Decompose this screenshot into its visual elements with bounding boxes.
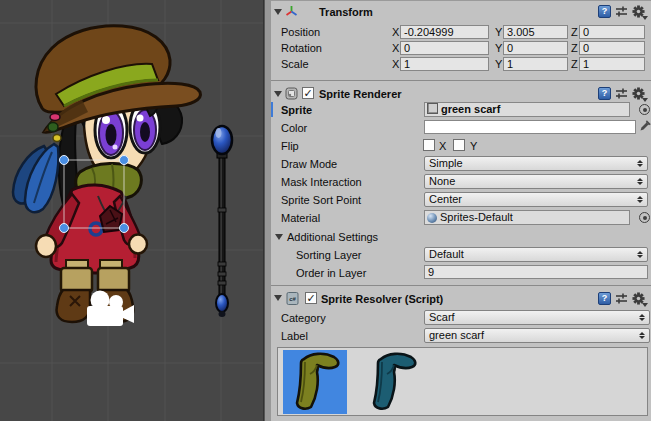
scale-x-field[interactable]: 1	[400, 57, 489, 71]
preset-icon[interactable]	[615, 5, 628, 18]
mask-interaction-dropdown[interactable]: None	[424, 174, 648, 189]
preset-icon[interactable]	[615, 292, 628, 305]
sprite-label: Sprite	[281, 103, 312, 117]
sprite-sort-point-value: Center	[429, 193, 462, 205]
rotation-label: Rotation	[281, 41, 322, 55]
component-separator	[271, 285, 651, 286]
sprite-resolver-enabled-checkbox[interactable]: ✓	[305, 292, 317, 304]
axis-y-label: Y	[495, 57, 502, 71]
gear-icon[interactable]	[632, 87, 647, 101]
inspector-panel: Transform ? Position X -0.204999 Y 3.005…	[271, 0, 651, 421]
selection-handle[interactable]	[60, 156, 69, 165]
position-label: Position	[281, 25, 320, 39]
axis-x-label: X	[392, 41, 399, 55]
position-y-field[interactable]: 3.005	[503, 25, 568, 39]
material-object-field[interactable]: Sprites-Default	[424, 210, 630, 225]
category-dropdown[interactable]: Scarf	[424, 310, 650, 325]
transform-icon	[285, 5, 298, 18]
sorting-layer-dropdown[interactable]: Default	[424, 247, 648, 262]
color-label: Color	[281, 121, 307, 135]
draw-mode-label: Draw Mode	[281, 157, 337, 171]
character-sprite[interactable]	[13, 26, 200, 322]
order-in-layer-field[interactable]: 9	[424, 265, 648, 279]
transform-title: Transform	[319, 6, 373, 18]
sprite-resolver-title: Sprite Resolver (Script)	[321, 293, 443, 305]
object-picker-icon[interactable]	[639, 104, 650, 115]
sprite-thumbnail-blue-scarf[interactable]	[360, 350, 424, 414]
prefab-override-bar	[271, 102, 273, 117]
help-icon[interactable]: ?	[598, 5, 611, 18]
flip-x-checkbox[interactable]	[423, 139, 435, 151]
object-picker-icon[interactable]	[639, 212, 650, 223]
dropdown-arrow-icon	[636, 196, 643, 203]
axis-z-label: Z	[571, 41, 578, 55]
material-label: Material	[281, 211, 320, 225]
scale-label: Scale	[281, 57, 309, 71]
axis-x-label: X	[392, 25, 399, 39]
flip-y-label: Y	[470, 139, 477, 153]
flip-y-checkbox[interactable]	[453, 139, 465, 151]
label-value: green scarf	[429, 329, 484, 341]
axis-z-label: Z	[571, 57, 578, 71]
scene-canvas	[0, 0, 263, 421]
sprite-sort-point-label: Sprite Sort Point	[281, 193, 361, 207]
green-scarf-thumb-icon	[283, 350, 347, 414]
help-icon[interactable]: ?	[598, 292, 611, 305]
sprite-thumbnail-green-scarf[interactable]	[283, 350, 347, 414]
mask-interaction-value: None	[429, 175, 455, 187]
dropdown-arrow-icon	[636, 160, 643, 167]
dropdown-arrow-icon	[638, 332, 645, 339]
svg-text:c#: c#	[289, 296, 296, 302]
dropdown-arrow-icon	[636, 251, 643, 258]
rotation-y-field[interactable]: 0	[503, 41, 568, 55]
additional-settings-foldout[interactable]	[275, 234, 283, 240]
eyedropper-icon[interactable]	[639, 119, 651, 132]
order-in-layer-label: Order in Layer	[296, 266, 366, 280]
position-z-field[interactable]: 0	[579, 25, 645, 39]
rotation-z-field[interactable]: 0	[579, 41, 645, 55]
hat-feather	[13, 114, 61, 213]
axis-x-label: X	[392, 57, 399, 71]
preset-icon[interactable]	[615, 87, 628, 100]
material-sphere-icon	[427, 213, 437, 223]
selection-handle[interactable]	[120, 224, 129, 233]
sprite-renderer-enabled-checkbox[interactable]: ✓	[302, 87, 314, 99]
sprite-resolver-foldout[interactable]	[274, 295, 282, 301]
scale-z-field[interactable]: 1	[579, 57, 645, 71]
sprite-mini-icon	[427, 103, 438, 114]
axis-y-label: Y	[495, 25, 502, 39]
material-value: Sprites-Default	[440, 211, 513, 223]
transform-foldout[interactable]	[274, 9, 282, 15]
staff-prop[interactable]	[212, 126, 232, 317]
label-dropdown[interactable]: green scarf	[424, 328, 650, 343]
rotation-x-field[interactable]: 0	[400, 41, 489, 55]
blue-scarf-thumb-icon	[360, 350, 424, 414]
mask-interaction-label: Mask Interaction	[281, 175, 362, 189]
sprite-sort-point-dropdown[interactable]: Center	[424, 192, 648, 207]
unity-editor-window: { "scene": { "background_color": "#47474…	[0, 0, 651, 421]
csharp-script-icon: c#	[286, 292, 299, 305]
axis-y-label: Y	[495, 41, 502, 55]
scale-y-field[interactable]: 1	[503, 57, 568, 71]
sorting-layer-label: Sorting Layer	[296, 248, 361, 262]
flip-x-label: X	[439, 139, 446, 153]
gear-icon[interactable]	[632, 5, 647, 19]
sorting-layer-value: Default	[429, 248, 464, 260]
sprite-value: green scarf	[441, 103, 500, 115]
help-icon[interactable]: ?	[598, 87, 611, 100]
selection-handle[interactable]	[60, 224, 69, 233]
gear-icon[interactable]	[632, 292, 647, 306]
scene-view[interactable]	[0, 0, 263, 421]
selection-handle[interactable]	[120, 156, 129, 165]
draw-mode-dropdown[interactable]: Simple	[424, 156, 648, 171]
axis-z-label: Z	[571, 25, 578, 39]
draw-mode-value: Simple	[429, 157, 463, 169]
sprite-renderer-foldout[interactable]	[274, 91, 282, 97]
sprite-renderer-icon	[285, 87, 298, 100]
dropdown-arrow-icon	[636, 178, 643, 185]
category-value: Scarf	[429, 311, 455, 323]
position-x-field[interactable]: -0.204999	[400, 25, 489, 39]
color-swatch-field[interactable]	[424, 120, 636, 134]
flip-label: Flip	[281, 139, 299, 153]
sprite-object-field[interactable]: green scarf	[424, 102, 630, 117]
